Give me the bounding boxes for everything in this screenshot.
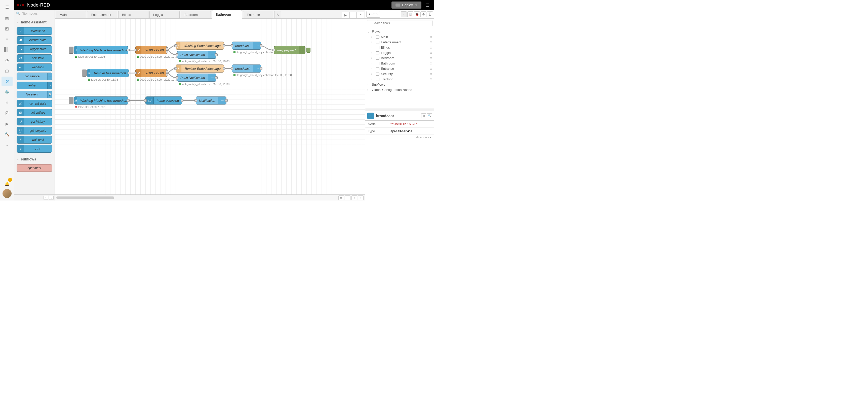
node-push-2[interactable]: Push Notification⋯	[177, 74, 216, 82]
palette-node-get-history[interactable]: ↺get history	[17, 118, 52, 125]
navigator-button[interactable]: ⊞	[338, 196, 344, 200]
menu-icon[interactable]: ☰	[1, 2, 12, 12]
category-subflows[interactable]: ⌄subflows	[14, 155, 55, 163]
status-washing-off: false at: Oct 30, 10:03	[75, 55, 105, 58]
node-broadcast-2[interactable]: broadcast⋯	[232, 64, 261, 73]
sidebar-splitter[interactable]	[365, 109, 434, 111]
tree-blinds[interactable]: ›Blinds	[365, 45, 434, 50]
node-push-1[interactable]: Push Notification⋯	[177, 51, 216, 59]
zoom-out-button[interactable]: −	[345, 196, 350, 200]
bell-icon[interactable]: 🔔1	[1, 179, 12, 189]
node-time-2[interactable]: ⤢08:00 - 22:00	[135, 69, 167, 77]
palette-node-trigger-state[interactable]: ⇥trigger: state	[17, 45, 52, 53]
node-tumb-msg[interactable]: ƒTumbler Ended Message	[176, 64, 224, 73]
sidebar-help-icon[interactable]: 📖	[407, 11, 413, 18]
tab-add-button[interactable]: +	[349, 12, 356, 19]
collapse-down-button[interactable]: ⌄	[49, 196, 54, 200]
debug-toggle[interactable]	[306, 48, 310, 53]
palette-node-entity[interactable]: entity○	[17, 82, 52, 89]
chart-icon[interactable]: ▊▏	[1, 45, 12, 54]
tab-blinds[interactable]: Blinds	[118, 11, 149, 19]
zoom-in-button[interactable]: +	[358, 196, 364, 200]
palette-node-call-service[interactable]: call service⋯	[17, 73, 52, 80]
sidebar-info-icon[interactable]: i	[401, 11, 407, 18]
tree-security[interactable]: ›Security	[365, 71, 434, 77]
palette-node-current-state[interactable]: ⓘcurrent state	[17, 100, 52, 107]
scrollbar[interactable]	[56, 197, 114, 199]
zoom-reset-button[interactable]: ○	[351, 196, 357, 200]
detail-find-button[interactable]: 🔍	[427, 113, 432, 118]
list-icon[interactable]: ≡	[1, 34, 12, 44]
tree-tracking[interactable]: ›Tracking	[365, 77, 434, 82]
palette-node-fire-event[interactable]: fire event📡	[17, 91, 52, 98]
node-washing-off[interactable]: ⇄Washing Machine has turned off	[74, 46, 128, 54]
tree-flows[interactable]: ⌄Flows	[365, 29, 434, 34]
tab-entrance[interactable]: Entrance	[243, 11, 273, 19]
tab-more[interactable]: S	[274, 11, 281, 19]
node-debug[interactable]: msg.payload≡	[274, 46, 305, 54]
tree-bathroom[interactable]: ›Bathroom	[365, 61, 434, 66]
tree-subflows[interactable]: ›Subflows	[365, 82, 434, 87]
collapse-up-button[interactable]: ⌃	[43, 196, 48, 200]
tree-bedroom[interactable]: ›Bedroom	[365, 55, 434, 61]
tab-loggia[interactable]: Loggia	[150, 11, 180, 19]
tab-bathroom[interactable]: Bathroom	[212, 10, 242, 19]
library-icon[interactable]: ▶	[1, 119, 12, 128]
inject-button[interactable]	[69, 47, 73, 54]
tree-entrance[interactable]: ›Entrance	[365, 66, 434, 71]
inject-button-3[interactable]	[69, 97, 73, 104]
tree-entertainment[interactable]: ›Entertainment	[365, 39, 434, 45]
person-icon[interactable]: ◩	[1, 24, 12, 33]
tab-entertainment[interactable]: Entertainment	[87, 11, 117, 19]
node-washing-on[interactable]: ⇄Washing Machine has turned on	[74, 96, 128, 105]
nodered-icon[interactable]: ⚒	[1, 77, 12, 86]
sidebar-search-input[interactable]	[367, 20, 433, 26]
sidebar-tab-info[interactable]: iinfo	[366, 11, 380, 18]
gauge-icon[interactable]: ◔	[1, 55, 12, 65]
deploy-button[interactable]: Deploy ▼	[392, 1, 422, 8]
category-home-assistant[interactable]: ⌄home assistant	[14, 18, 55, 26]
zigbee-icon[interactable]: Ø	[1, 108, 12, 118]
hamburger-icon[interactable]: ☰	[424, 3, 432, 7]
info-icon: i	[369, 12, 370, 16]
palette-node-apartment[interactable]: apartment	[17, 164, 52, 172]
sidebar-config-icon[interactable]: ⚙	[421, 11, 427, 18]
status-push-2: notify.notify_all called at: Oct 30, 11:…	[179, 83, 229, 86]
palette-search[interactable]: 🔍 filter nodes	[14, 10, 55, 17]
palette-node-wait-until[interactable]: ⏸wait until	[17, 136, 52, 144]
node-time-1[interactable]: ⤢08:00 - 22:00	[135, 46, 167, 54]
docker-icon[interactable]: 🐳	[1, 87, 12, 97]
palette-node-get-template[interactable]: { }get template	[17, 127, 52, 135]
vscode-icon[interactable]: ✕	[1, 98, 12, 107]
square-c-icon[interactable]: ▢	[1, 66, 12, 76]
chevron-down-icon[interactable]: ⌄	[1, 140, 12, 150]
flow-tree: ⌄Flows ›Main ›Entertainment ›Blinds ›Log…	[365, 28, 434, 109]
palette-node-webhook[interactable]: ∞webhook	[17, 63, 52, 71]
show-more-button[interactable]: show more ▾	[365, 135, 434, 140]
node-home-occupied[interactable]: ⓘhome occupied	[146, 96, 182, 105]
sidebar-context-icon[interactable]: 🗄	[427, 11, 433, 18]
dashboard-icon[interactable]: ▦	[1, 13, 12, 23]
palette-node-poll-state[interactable]: ⏱poll state	[17, 54, 52, 62]
inject-button-2[interactable]	[82, 69, 87, 77]
palette-node-api[interactable]: ✈API	[17, 145, 52, 153]
node-broadcast-1[interactable]: broadcast⋯	[232, 41, 261, 50]
tree-main[interactable]: ›Main	[365, 34, 434, 39]
node-tumbler-off[interactable]: ⇄Tumbler has turned off	[87, 69, 129, 77]
detail-copy-button[interactable]: ⧉	[421, 113, 426, 118]
tree-loggia[interactable]: ›Loggia	[365, 50, 434, 55]
hammer-icon[interactable]: 🔨	[1, 130, 12, 139]
palette-node-events-all[interactable]: ➔events: all	[17, 27, 52, 35]
palette-node-get-entities[interactable]: ▤get entities	[17, 109, 52, 116]
sidebar-debug-icon[interactable]: 🐞	[414, 11, 420, 18]
flow-canvas[interactable]: ⇄Washing Machine has turned off false at…	[55, 19, 365, 195]
tree-global-config[interactable]: ›Global Configuration Nodes	[365, 87, 434, 92]
tab-main[interactable]: Main	[56, 11, 86, 19]
node-notification[interactable]: Notification⋯	[196, 96, 226, 105]
palette-node-events-state[interactable]: ⬣events: state	[17, 36, 52, 44]
tab-scroll-right[interactable]: ▶	[342, 12, 349, 19]
tab-list-button[interactable]: ≡	[357, 12, 364, 19]
tab-bedroom[interactable]: Bedroom	[181, 11, 211, 19]
avatar[interactable]	[2, 189, 11, 198]
node-wash-msg[interactable]: ƒWashing Ended Message	[176, 41, 224, 50]
